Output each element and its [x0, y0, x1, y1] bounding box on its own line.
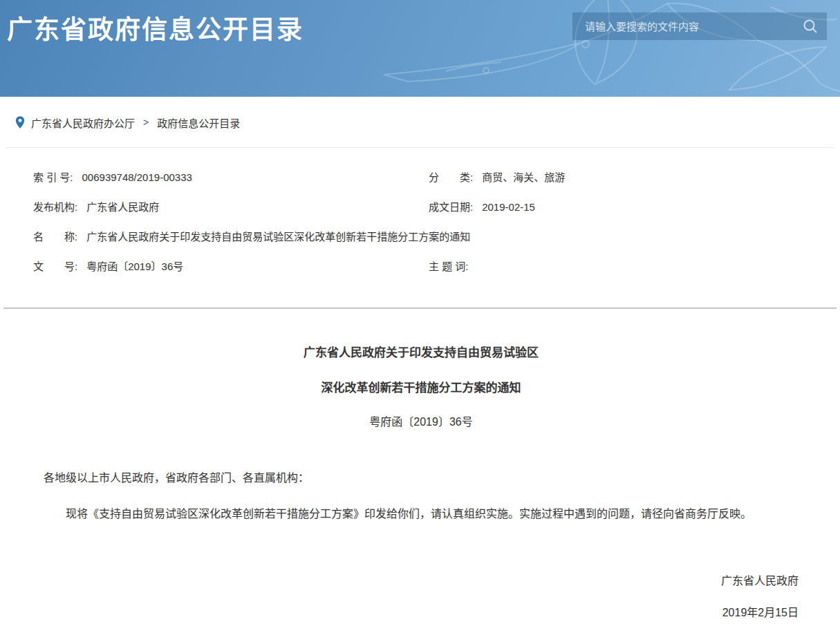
location-pin-icon — [15, 115, 25, 129]
metadata-table: 索 引 号:006939748/2019-00333 分 类:商贸、海关、旅游 … — [33, 171, 840, 274]
meta-value-category: 商贸、海关、旅游 — [482, 171, 565, 183]
meta-row-category: 分 类:商贸、海关、旅游 — [429, 171, 840, 184]
page-title: 广东省政府信息公开目录 — [7, 9, 304, 46]
meta-label-date: 成文日期: — [429, 201, 473, 213]
signature-block: 广东省人民政府 2019年2月15日 — [44, 574, 799, 620]
document-body: 广东省人民政府关于印发支持自由贸易试验区 深化改革创新若干措施分工方案的通知 粤… — [0, 309, 840, 620]
breadcrumb: 广东省人民政府办公厅 > 政府信息公开目录 — [15, 115, 840, 130]
meta-value-index: 006939748/2019-00333 — [82, 171, 192, 183]
signature-org: 广东省人民政府 — [44, 574, 799, 588]
meta-row-date: 成文日期:2019-02-15 — [429, 200, 840, 214]
meta-label-name: 名 称: — [33, 231, 77, 243]
meta-value-date: 2019-02-15 — [482, 201, 535, 213]
breadcrumb-separator: > — [143, 117, 149, 128]
meta-row-name: 名 称:广东省人民政府关于印发支持自由贸易试验区深化改革创新若干措施分工方案的通… — [33, 230, 840, 244]
meta-label-issuer: 发布机构: — [33, 201, 77, 213]
meta-row-index: 索 引 号:006939748/2019-00333 — [33, 171, 429, 184]
search-icon[interactable] — [802, 18, 819, 35]
document-paragraph: 现将《支持自由贸易试验区深化改革创新若干措施分工方案》印发给你们，请认真组织实施… — [44, 506, 799, 521]
meta-value-docnum: 粤府函〔2019〕36号 — [86, 260, 183, 272]
meta-label-keywords: 主 题 词: — [429, 260, 469, 272]
document-title-line1: 广东省人民政府关于印发支持自由贸易试验区 — [44, 345, 799, 361]
breadcrumb-current-link[interactable]: 政府信息公开目录 — [157, 115, 240, 130]
signature-date: 2019年2月15日 — [44, 605, 799, 620]
meta-label-index: 索 引 号: — [33, 171, 73, 183]
breadcrumb-root-link[interactable]: 广东省人民政府办公厅 — [31, 115, 135, 130]
meta-row-docnum: 文 号:粤府函〔2019〕36号 — [33, 260, 429, 274]
meta-label-category: 分 类: — [429, 171, 473, 183]
search-box — [572, 12, 827, 40]
document-title-line2: 深化改革创新若干措施分工方案的通知 — [44, 381, 799, 396]
document-salutation: 各地级以上市人民政府，省政府各部门、各直属机构： — [44, 471, 799, 485]
search-input[interactable] — [572, 12, 802, 40]
meta-value-issuer: 广东省人民政府 — [86, 201, 159, 213]
document-number: 粤府函〔2019〕36号 — [44, 415, 799, 429]
meta-row-keywords: 主 题 词: — [429, 260, 840, 274]
divider-breadcrumb — [6, 147, 834, 148]
meta-value-name: 广东省人民政府关于印发支持自由贸易试验区深化改革创新若干措施分工方案的通知 — [86, 231, 470, 243]
meta-label-docnum: 文 号: — [33, 260, 77, 272]
header-banner: 广东省政府信息公开目录 — [0, 0, 840, 97]
meta-row-issuer: 发布机构:广东省人民政府 — [33, 200, 429, 214]
